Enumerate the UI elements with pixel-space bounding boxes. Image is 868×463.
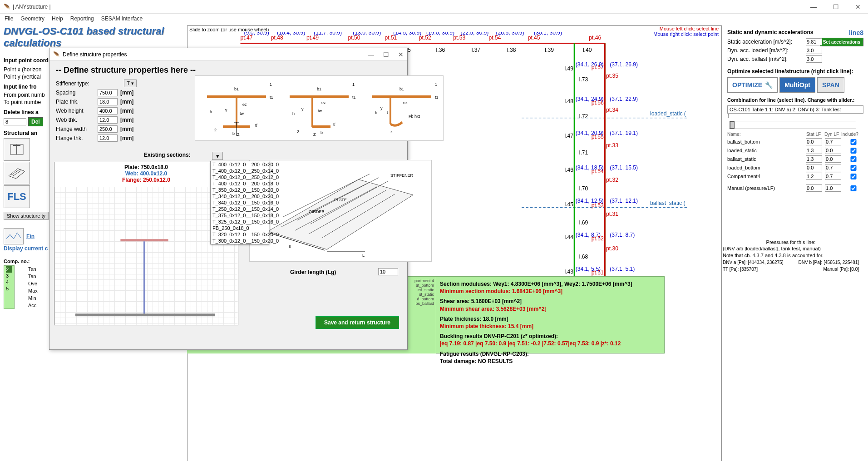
sec-opt-2[interactable]: T_400_0x12_0__250_0x12_0 xyxy=(211,174,269,180)
below-lbl-2: Ove xyxy=(28,280,38,287)
display-curves-link[interactable]: Display current c xyxy=(4,245,48,252)
comp-item-3[interactable]: 3 xyxy=(6,273,12,279)
page-heading: DNVGL-OS-C101 based structural calculati… xyxy=(4,25,182,49)
sec-opt-6[interactable]: T_340_0x12_0__150_0x16_0 xyxy=(211,199,269,206)
svg-text:(11.7, 30.9): (11.7, 30.9) xyxy=(314,32,342,36)
svg-text:b1: b1 xyxy=(234,87,239,91)
menu-geometry[interactable]: Geometry xyxy=(20,15,44,22)
show-structure-button[interactable]: Show structure ty xyxy=(4,212,49,220)
svg-text:L: L xyxy=(362,253,365,258)
sec-opt-12[interactable]: T_300_0x12_0__150_0x20_0 xyxy=(211,238,269,244)
stiffener-diagrams: b11 t1y ezh twtf Z2 b b11 t1y ezh twtf Z… xyxy=(195,75,444,141)
dialog-maximize-button[interactable]: ☐ xyxy=(383,51,389,58)
fls-button[interactable]: FLS xyxy=(4,185,30,208)
svg-text:b1: b1 xyxy=(317,87,321,91)
spacing-input[interactable] xyxy=(98,89,118,96)
svg-text:t1: t1 xyxy=(270,95,273,100)
web-height-input[interactable] xyxy=(98,107,118,115)
flange-thk-input[interactable] xyxy=(98,134,118,142)
main-maximize-button[interactable]: ☐ xyxy=(829,3,843,10)
sec-opt-7[interactable]: T_250_0x12_0__150_0x14_0 xyxy=(211,206,269,212)
main-close-button[interactable]: ✕ xyxy=(852,3,864,10)
r2-inc[interactable] xyxy=(845,156,862,162)
delete-button[interactable]: Del xyxy=(28,117,43,126)
res-l7: Buckling results DNV-RP-C201 (z* optimiz… xyxy=(440,333,661,340)
svg-text:(14.5, 30.9): (14.5, 30.9) xyxy=(393,32,421,36)
find-link[interactable]: Fin xyxy=(26,233,35,239)
menu-file[interactable]: File xyxy=(5,15,13,22)
svg-text:(34.1, 5.5): (34.1, 5.5) xyxy=(576,266,601,272)
menu-help[interactable]: Help xyxy=(52,15,63,22)
r3-stat[interactable] xyxy=(806,164,822,171)
res-l1: Section moduluses: Wey1: 4.8300E+06 [mm^… xyxy=(440,280,661,288)
web-thk-input[interactable] xyxy=(98,116,118,124)
menu-sesam[interactable]: SESAM interface xyxy=(101,15,143,22)
comp-item-2[interactable]: 2 xyxy=(6,266,12,273)
comb-row-3: loaded_bottom xyxy=(727,164,863,171)
manual-p[interactable] xyxy=(806,184,822,192)
main-minimize-button[interactable]: — xyxy=(807,3,820,10)
girder-length-label: Girder length (Lg) xyxy=(290,269,336,275)
r1-dyn[interactable] xyxy=(825,147,841,154)
sec-opt-3[interactable]: T_400_0x12_0__200_0x18_0 xyxy=(211,180,269,187)
res-l3: Shear area: 5.1600E+03 [mm^2] xyxy=(440,298,661,305)
sec-opt-8[interactable]: T_375_0x12_0__150_0x18_0 xyxy=(211,212,269,219)
r0-stat[interactable] xyxy=(806,138,822,145)
sec-opt-0[interactable]: T_400_0x12_0__200_0x20_0 xyxy=(211,161,269,168)
svg-text:(19.0, 30.9): (19.0, 30.9) xyxy=(426,32,454,36)
svg-text:Fb hxt: Fb hxt xyxy=(409,114,420,119)
r3-inc[interactable] xyxy=(845,165,862,171)
set-accelerations-button[interactable]: Set accelerations xyxy=(820,38,863,46)
manual-inc[interactable] xyxy=(845,185,862,191)
r1-inc[interactable] xyxy=(845,148,862,154)
r4-dyn[interactable] xyxy=(825,173,841,180)
preview-flange: Flange: 250.0x12.0 xyxy=(56,177,236,183)
res-l4: Minimum shear area: 3.5628E+03 [mm^2] xyxy=(440,305,661,313)
existing-sections-button[interactable]: ▾ xyxy=(212,152,223,160)
r4-stat[interactable] xyxy=(806,173,822,180)
dialog-minimize-button[interactable]: — xyxy=(368,51,374,58)
svg-text:l.43: l.43 xyxy=(564,269,573,275)
compartment-listbox[interactable]: 2 3 4 5 xyxy=(4,265,15,309)
svg-text:l.72: l.72 xyxy=(579,113,588,119)
girder-length-input[interactable] xyxy=(378,268,398,275)
comb-slider-thumb[interactable] xyxy=(730,121,735,129)
svg-text:(37.1, 8.7): (37.1, 8.7) xyxy=(610,232,635,238)
r1-stat[interactable] xyxy=(806,147,822,154)
comp-item-5[interactable]: 5 xyxy=(6,285,12,292)
sec-opt-10[interactable]: FB_250_0x18_0 xyxy=(211,225,269,231)
manual-lf[interactable] xyxy=(825,184,841,192)
sec-opt-11[interactable]: T_320_0x12_0__150_0x20_0 xyxy=(211,231,269,238)
svg-text:l.45: l.45 xyxy=(564,201,573,208)
menu-reporting[interactable]: Reporting xyxy=(70,15,94,22)
save-return-button[interactable]: Save and return structure xyxy=(316,316,399,329)
r0-dyn[interactable] xyxy=(825,138,841,145)
stiffener-icon-button[interactable] xyxy=(4,138,30,161)
optimize-button[interactable]: OPTIMIZE🔧 xyxy=(727,77,778,93)
r3-dyn[interactable] xyxy=(825,164,841,171)
flange-width-input[interactable] xyxy=(98,125,118,133)
svg-text:(34.1, 18.5): (34.1, 18.5) xyxy=(576,164,604,171)
stat-acc-input[interactable] xyxy=(806,38,822,45)
plate-icon-button[interactable] xyxy=(4,162,30,184)
span-button[interactable]: SPAN xyxy=(817,77,844,93)
comp-item-4[interactable]: 4 xyxy=(6,279,12,285)
stiffener-type-dropdown[interactable]: T ▾ xyxy=(124,80,137,87)
comb-slider[interactable] xyxy=(729,121,856,129)
sec-opt-4[interactable]: T_350_0x12_0__150_0x20_0 xyxy=(211,187,269,193)
multiopt-button[interactable]: MultiOpt xyxy=(779,77,815,93)
sections-dropdown-list[interactable]: T_400_0x12_0__200_0x20_0 T_400_0x12_0__2… xyxy=(210,161,269,244)
r2-stat[interactable] xyxy=(806,155,822,163)
sec-opt-1[interactable]: T_400_0x12_0__250_0x14_0 xyxy=(211,168,269,174)
r0-inc[interactable] xyxy=(845,139,862,145)
r2-dyn[interactable] xyxy=(825,155,841,163)
dyn-ballast-input[interactable] xyxy=(806,55,822,63)
dyn-ballast-label: Dyn. acc. ballast [m/s^2]: xyxy=(727,56,804,62)
sec-opt-9[interactable]: T_325_0x12_0__150_0x16_0 xyxy=(211,219,269,225)
delete-input[interactable] xyxy=(4,118,26,125)
dialog-close-button[interactable]: ✕ xyxy=(398,51,404,58)
sec-opt-5[interactable]: T_340_0x12_0__200_0x20_0 xyxy=(211,193,269,199)
dyn-loaded-input[interactable] xyxy=(806,47,822,54)
plate-thk-input[interactable] xyxy=(98,98,118,105)
r4-inc[interactable] xyxy=(845,174,862,179)
